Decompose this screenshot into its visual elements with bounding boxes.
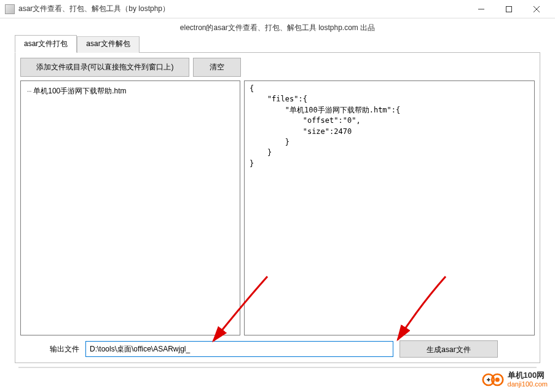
window-controls bbox=[467, 1, 550, 18]
tab-content: 添加文件或目录(可以直接拖文件到窗口上) 清空 ┄ 单机100手游网下载帮助.h… bbox=[15, 52, 540, 363]
footer-divider bbox=[18, 367, 537, 368]
watermark-name: 单机100网 bbox=[508, 371, 548, 380]
minimize-button[interactable] bbox=[467, 1, 495, 18]
add-files-button[interactable]: 添加文件或目录(可以直接拖文件到窗口上) bbox=[20, 58, 189, 77]
tab-unpack[interactable]: asar文件解包 bbox=[77, 36, 139, 53]
maximize-button[interactable] bbox=[495, 1, 522, 18]
watermark-logo-icon bbox=[482, 371, 504, 388]
tree-item-label: 单机100手游网下载帮助.htm bbox=[33, 86, 126, 96]
svg-rect-1 bbox=[506, 6, 511, 12]
output-path-input[interactable] bbox=[85, 341, 393, 357]
subtitle: electron的asar文件查看、打包、解包工具 lostphp.com 出品 bbox=[0, 18, 555, 34]
watermark-url: danji100.com bbox=[508, 380, 548, 388]
titlebar: asar文件查看、打包、解包工具（by lostphp） bbox=[0, 0, 555, 18]
tree-connector-icon: ┄ bbox=[27, 87, 31, 96]
window-title: asar文件查看、打包、解包工具（by lostphp） bbox=[18, 4, 170, 14]
watermark: 单机100网 danji100.com bbox=[482, 371, 548, 388]
tree-item[interactable]: ┄ 单机100手游网下载帮助.htm bbox=[27, 85, 234, 98]
file-tree-panel[interactable]: ┄ 单机100手游网下载帮助.htm bbox=[20, 80, 240, 335]
tab-pack[interactable]: asar文件打包 bbox=[15, 35, 77, 53]
svg-point-6 bbox=[495, 377, 499, 382]
json-preview-panel[interactable]: { "files":{ "单机100手游网下载帮助.htm":{ "offset… bbox=[244, 80, 535, 335]
output-label: 输出文件 bbox=[50, 344, 79, 355]
tab-bar: asar文件打包 asar文件解包 bbox=[15, 34, 540, 53]
generate-button[interactable]: 生成asar文件 bbox=[400, 340, 498, 358]
close-button[interactable] bbox=[522, 1, 550, 18]
app-icon bbox=[5, 4, 15, 14]
clear-button[interactable]: 清空 bbox=[193, 58, 241, 77]
